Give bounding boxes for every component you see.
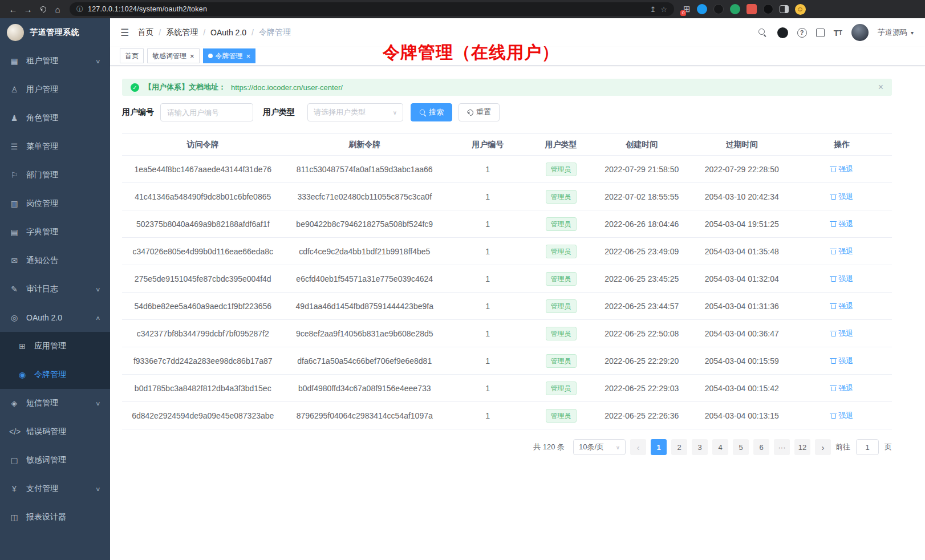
sidebar-item-audit-log[interactable]: ✎审计日志∨ (0, 275, 110, 303)
force-logout-label: 强退 (838, 328, 853, 339)
refresh-token-cell: b0df4980ffd34c67a08f9156e4eee733 (284, 375, 446, 402)
sidebar-item-tenant[interactable]: ▦租户管理∨ (0, 47, 110, 75)
tab-group-icon[interactable]: ⊞0 (683, 4, 691, 14)
sidebar-item-sensitive-word[interactable]: ▢敏感词管理 (0, 446, 110, 474)
collapse-sidebar-icon[interactable]: ☰ (120, 27, 129, 39)
search-button[interactable]: 搜索 (411, 103, 452, 121)
back-icon[interactable]: ← (6, 2, 21, 17)
chevron-down-icon: ∨ (95, 58, 101, 64)
reset-button[interactable]: 重置 (459, 103, 500, 121)
tenants-icon: ▦ (9, 56, 19, 66)
extension-icon-green[interactable] (730, 4, 740, 14)
force-logout-button[interactable]: 强退 (830, 411, 853, 421)
page-button[interactable]: 4 (712, 439, 728, 455)
sidebar-item-user[interactable]: ♙用户管理 (0, 75, 110, 104)
user-type-cell: 管理员 (530, 210, 592, 238)
next-page-button[interactable]: › (815, 439, 831, 455)
sidebar-item-label: 通知公告 (26, 255, 58, 266)
extension-icon-blue[interactable] (697, 4, 707, 14)
fullscreen-icon[interactable] (816, 29, 825, 37)
home-icon[interactable]: ⌂ (50, 2, 65, 17)
force-logout-button[interactable]: 强退 (830, 246, 853, 257)
sidebar-item-oauth2-app[interactable]: ⊞应用管理 (0, 332, 110, 360)
page-size-select[interactable]: 10条/页 ∨ (573, 439, 626, 455)
expire-time-cell: 2054-03-04 19:51:25 (692, 210, 792, 238)
bookmark-star-icon[interactable]: ☆ (660, 5, 667, 14)
reload-icon[interactable] (35, 2, 50, 17)
github-icon[interactable] (777, 27, 788, 38)
extension-icon-dark[interactable] (713, 4, 724, 14)
force-logout-button[interactable]: 强退 (830, 219, 853, 229)
column-header: 用户类型 (530, 134, 592, 156)
doc-banner: ✓ 【用户体系】文档地址： https://doc.iocoder.cn/use… (122, 79, 892, 96)
breadcrumb-item[interactable]: 首页 (137, 27, 153, 38)
goto-page-input[interactable] (856, 439, 879, 455)
user-avatar[interactable] (851, 24, 869, 41)
sidebar-item-dept[interactable]: ⚐部门管理 (0, 161, 110, 189)
sidebar-item-pay[interactable]: ¥支付管理∨ (0, 474, 110, 503)
extensions-puzzle-icon[interactable] (747, 4, 757, 14)
close-icon[interactable]: × (190, 52, 194, 60)
page-button[interactable]: 5 (733, 439, 749, 455)
user-id-cell: 1 (445, 265, 530, 293)
more-pages-icon[interactable]: ··· (774, 439, 790, 455)
breadcrumb-item: 令牌管理 (259, 27, 291, 38)
banner-close-icon[interactable]: × (878, 82, 883, 92)
page-size-value: 10条/页 (579, 442, 604, 452)
sidebar-item-menu[interactable]: ☰菜单管理 (0, 132, 110, 161)
help-icon[interactable]: ? (797, 28, 807, 38)
page-button[interactable]: 3 (692, 439, 708, 455)
font-size-icon[interactable]: TT (834, 27, 842, 38)
table-row: 6d842e2924594de9a09e45e087323abe8796295f… (122, 402, 892, 429)
page-button[interactable]: 12 (794, 439, 810, 455)
address-bar[interactable]: ⓘ 127.0.0.1:1024/system/oauth2/token ↥ ☆ (70, 2, 674, 16)
sidebar-item-dict[interactable]: ▤字典管理 (0, 218, 110, 246)
sidebar-item-label: 用户管理 (26, 84, 58, 95)
sidebar-item-oauth2-token[interactable]: ◉令牌管理 (0, 360, 110, 389)
user-type-cell: 管理员 (530, 238, 592, 265)
app-logo[interactable]: 芋道管理系统 (0, 18, 110, 47)
tab-sensitive-word[interactable]: 敏感词管理× (147, 48, 200, 63)
page-button[interactable]: 2 (671, 439, 687, 455)
share-icon[interactable]: ↥ (650, 5, 656, 14)
created-time-cell: 2022-06-25 22:50:08 (592, 320, 692, 347)
force-logout-button[interactable]: 强退 (830, 274, 853, 284)
sidebar-item-error-code[interactable]: </>错误码管理 (0, 417, 110, 446)
force-logout-button[interactable]: 强退 (830, 383, 853, 393)
breadcrumb-item[interactable]: OAuth 2.0 (210, 28, 246, 37)
forward-icon[interactable]: → (21, 2, 35, 17)
force-logout-button[interactable]: 强退 (830, 192, 853, 202)
column-header: 访问令牌 (122, 134, 284, 156)
split-view-icon[interactable] (780, 5, 789, 13)
username[interactable]: 芋道源码 (878, 27, 907, 38)
search-icon[interactable] (757, 27, 768, 38)
force-logout-button[interactable]: 强退 (830, 328, 853, 339)
browser-profile-avatar[interactable]: ☺ (795, 4, 806, 15)
tab-home[interactable]: 首页 (120, 48, 144, 63)
prev-page-button[interactable]: ‹ (630, 439, 646, 455)
force-logout-button[interactable]: 强退 (830, 164, 853, 175)
user-type-select[interactable]: 请选择用户类型 ∨ (307, 103, 403, 121)
sidebar-item-role[interactable]: ♟角色管理 (0, 104, 110, 132)
sms-shield-icon: ◈ (9, 399, 19, 408)
sidebar-item-post[interactable]: ▥岗位管理 (0, 189, 110, 218)
breadcrumb-separator: / (159, 28, 161, 37)
sidebar-item-notice[interactable]: ✉通知公告 (0, 246, 110, 275)
force-logout-button[interactable]: 强退 (830, 356, 853, 366)
page-button[interactable]: 6 (753, 439, 769, 455)
site-info-icon[interactable]: ⓘ (76, 5, 83, 14)
sidebar-item-report[interactable]: ◫报表设计器 (0, 503, 110, 531)
sidebar-item-label: 支付管理 (26, 484, 58, 494)
page-button[interactable]: 1 (651, 439, 667, 455)
tab-token[interactable]: 令牌管理× (203, 48, 256, 63)
extension-paw-icon[interactable] (763, 4, 773, 14)
breadcrumb-item[interactable]: 系统管理 (166, 27, 198, 38)
doc-link[interactable]: https://doc.iocoder.cn/user-center/ (231, 83, 343, 92)
sidebar-item-oauth2[interactable]: ◎OAuth 2.0∧ (0, 303, 110, 332)
user-id-input[interactable] (160, 103, 253, 121)
column-header: 刷新令牌 (284, 134, 446, 156)
force-logout-button[interactable]: 强退 (830, 301, 853, 311)
close-icon[interactable]: × (246, 52, 251, 60)
user-id-cell: 1 (445, 402, 530, 429)
sidebar-item-sms[interactable]: ◈短信管理∨ (0, 389, 110, 417)
